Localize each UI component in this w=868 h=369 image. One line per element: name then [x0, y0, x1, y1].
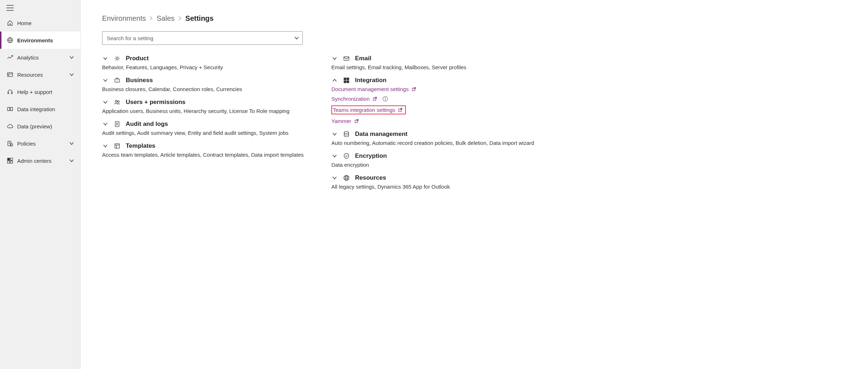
hamburger-button[interactable] [0, 0, 80, 14]
sidebar-item-home[interactable]: Home [0, 14, 80, 32]
svg-rect-31 [115, 144, 120, 148]
sidebar-item-label: Analytics [17, 55, 69, 61]
section-header-resources[interactable]: Resources [331, 174, 550, 181]
section-desc: Data encryption [331, 162, 550, 168]
svg-rect-35 [344, 78, 346, 80]
section-header-business[interactable]: Business [102, 77, 321, 84]
sidebar-item-admin-centers[interactable]: Admin centers [0, 152, 80, 169]
section-title: Data management [355, 131, 407, 138]
chevron-right-icon [149, 14, 153, 23]
search-input[interactable] [102, 31, 303, 45]
svg-point-26 [118, 101, 119, 103]
section-header-data-management[interactable]: Data management [331, 131, 550, 138]
headset-icon [6, 88, 14, 95]
analytics-icon [6, 54, 14, 61]
highlight-box: Teams integration settings [331, 105, 406, 114]
svg-point-50 [344, 132, 349, 133]
integration-links: Document management settings Synchroniza… [331, 86, 550, 124]
home-icon [6, 19, 14, 27]
link-synchronization[interactable]: Synchronization [331, 96, 388, 102]
chevron-down-icon [102, 143, 109, 149]
section-users-permissions: Users + permissions Application users, B… [102, 99, 321, 114]
link-label: Teams integration settings [333, 107, 395, 113]
sidebar-item-label: Environments [17, 37, 75, 43]
sidebar-item-label: Help + support [17, 89, 75, 95]
svg-line-40 [414, 87, 416, 89]
section-templates: Templates Access team templates, Article… [102, 142, 321, 158]
chevron-down-icon [331, 175, 338, 181]
globe2-icon [343, 174, 350, 181]
svg-rect-11 [8, 108, 10, 111]
breadcrumb-sales[interactable]: Sales [157, 14, 174, 23]
sidebar-item-data-integration[interactable]: Data integration [0, 100, 80, 118]
template-icon [114, 142, 121, 150]
external-link-icon [398, 108, 403, 113]
section-email: Email Email settings, Email tracking, Ma… [331, 55, 550, 70]
section-title: Resources [355, 174, 386, 181]
policies-icon [6, 140, 14, 147]
svg-rect-12 [10, 108, 13, 111]
svg-rect-10 [11, 92, 13, 94]
section-header-email[interactable]: Email [331, 55, 550, 62]
svg-rect-20 [8, 161, 10, 163]
link-yammer[interactable]: Yammer [331, 118, 359, 124]
svg-rect-38 [347, 81, 349, 83]
link-document-management-settings[interactable]: Document management settings [331, 86, 417, 92]
section-desc: Business closures, Calendar, Connection … [102, 86, 321, 92]
external-link-icon [354, 119, 359, 124]
search-combobox[interactable] [102, 31, 303, 45]
sidebar-item-label: Data integration [17, 106, 75, 112]
chevron-down-icon [102, 55, 109, 62]
breadcrumb-environments[interactable]: Environments [102, 14, 146, 23]
svg-point-45 [385, 97, 385, 98]
sidebar-item-policies[interactable]: Policies [0, 135, 80, 152]
doc-icon [114, 120, 121, 128]
section-title: Audit and logs [126, 120, 168, 128]
svg-point-51 [344, 175, 349, 180]
svg-rect-37 [344, 81, 346, 83]
section-header-product[interactable]: Product [102, 55, 321, 62]
section-title: Business [126, 77, 153, 84]
section-desc: Application users, Business units, Hiera… [102, 108, 321, 114]
windows-icon [343, 77, 350, 84]
svg-rect-18 [8, 158, 10, 160]
section-desc: Audit settings, Audit summary view, Enti… [102, 130, 321, 136]
sidebar-item-environments[interactable]: Environments [0, 32, 80, 49]
sidebar-item-data-preview-[interactable]: Data (preview) [0, 118, 80, 135]
section-title: Templates [126, 142, 155, 150]
section-header-encryption[interactable]: Encryption [331, 152, 550, 160]
external-link-icon [412, 87, 417, 92]
section-header-audit-and-logs[interactable]: Audit and logs [102, 120, 321, 128]
section-desc: Auto numbering, Automatic record creatio… [331, 140, 550, 146]
sidebar-item-help-support[interactable]: Help + support [0, 83, 80, 100]
svg-point-52 [345, 175, 347, 180]
chevron-down-icon [102, 77, 109, 84]
shield-icon [343, 152, 350, 160]
chevron-down-icon [69, 55, 75, 60]
chevron-down-icon [331, 55, 338, 62]
chevron-down-icon [331, 131, 338, 137]
svg-line-47 [400, 108, 402, 110]
section-header-templates[interactable]: Templates [102, 142, 321, 150]
section-header-users-permissions[interactable]: Users + permissions [102, 99, 321, 106]
cloud-icon [6, 123, 14, 130]
sidebar-item-label: Home [17, 20, 75, 26]
section-desc: Behavior, Features, Languages, Privacy +… [102, 64, 321, 70]
chevron-right-icon [178, 14, 182, 23]
svg-rect-21 [10, 161, 13, 163]
section-title: Users + permissions [126, 99, 186, 106]
section-resources: Resources All legacy settings, Dynamics … [331, 174, 550, 190]
database-icon [343, 131, 350, 138]
sidebar-item-resources[interactable]: Resources [0, 66, 80, 83]
section-desc: Email settings, Email tracking, Mailboxe… [331, 64, 550, 70]
mail-icon [343, 55, 350, 62]
sidebar-item-analytics[interactable]: Analytics [0, 49, 80, 66]
link-label: Synchronization [331, 96, 370, 102]
info-icon[interactable] [383, 96, 388, 102]
link-teams-integration-settings[interactable]: Teams integration settings [333, 107, 403, 113]
external-link-icon [373, 96, 378, 101]
chevron-down-icon [102, 99, 109, 105]
chevron-down-icon [102, 121, 109, 127]
main-content: Environments Sales Settings Product Beha… [81, 0, 868, 369]
section-header-integration[interactable]: Integration [331, 77, 550, 84]
